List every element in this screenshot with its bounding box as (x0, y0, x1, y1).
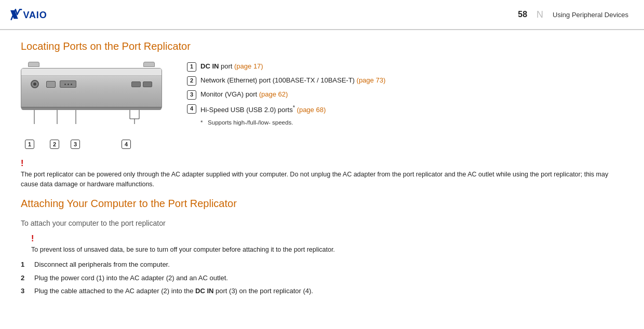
vaio-logo: VAIO (10, 7, 57, 22)
vaio-logo-svg: VAIO (10, 7, 57, 22)
diagram-labels: 1 2 3 4 (21, 140, 162, 149)
warning-icon-1: ! (21, 159, 23, 168)
diagram-label-1: 1 (25, 140, 34, 149)
header-section-title: Using Peripheral Devices (553, 11, 628, 19)
port-desc-3: Monitor (VGA) port (page 62) (200, 90, 288, 99)
port-num-3: 3 (187, 90, 196, 100)
port-footnote: * Supports high-/full-/low- speeds. (200, 119, 623, 126)
port-num-1: 1 (187, 62, 196, 72)
port-num-2: 2 (187, 76, 196, 86)
warning-block-1: ! The port replicator can be powered onl… (21, 157, 623, 189)
warning-icon-2: ! (31, 234, 34, 243)
step-3-text: Plug the cable attached to the AC adapte… (34, 286, 313, 296)
step-1-text: Disconnect all peripherals from the comp… (34, 259, 170, 270)
port-item-1: 1 DC IN port (page 17) (187, 62, 623, 72)
diagram-label-4: 4 (122, 140, 131, 149)
port-num-4: 4 (187, 104, 196, 114)
port-link-2[interactable]: (page 73) (357, 76, 386, 84)
steps-list: 1 Disconnect all peripherals from the co… (21, 259, 623, 296)
main-content: Locating Ports on the Port Replicator (0, 30, 644, 310)
port-desc-4: Hi-Speed USB (USB 2.0) ports* (page 68) (200, 104, 326, 115)
section2-subheading: To attach your computer to the port repl… (21, 219, 623, 227)
port-desc-1: DC IN port (page 17) (200, 62, 263, 71)
port-item-3: 3 Monitor (VGA) port (page 62) (187, 90, 623, 100)
port-list: 1 DC IN port (page 17) 2 Network (Ethern… (187, 62, 623, 126)
port-link-4[interactable]: (page 68) (297, 106, 326, 114)
page-number: 58 (518, 10, 527, 19)
step-3: 3 Plug the cable attached to the AC adap… (21, 286, 623, 296)
header-right: 58 N Using Peripheral Devices (518, 9, 628, 20)
warning-text-2: To prevent loss of unsaved data, be sure… (31, 246, 335, 253)
port-item-4: 4 Hi-Speed USB (USB 2.0) ports* (page 68… (187, 104, 623, 115)
port-link-1[interactable]: (page 17) (234, 62, 263, 70)
diagram-label-2: 2 (50, 140, 59, 149)
step-2-text: Plug the power cord (1) into the AC adap… (34, 273, 228, 283)
page-header: VAIO 58 N Using Peripheral Devices (0, 0, 644, 30)
warning-block-2: ! To prevent loss of unsaved data, be su… (31, 232, 623, 255)
device-diagram: 1 2 3 4 (21, 62, 166, 149)
attach-section: Attaching Your Computer to the Port Repl… (21, 198, 623, 296)
port-desc-2: Network (Ethernet) port (100BASE-TX / 10… (200, 76, 385, 85)
diagram-label-3: 3 (71, 140, 80, 149)
port-item-2: 2 Network (Ethernet) port (100BASE-TX / … (187, 76, 623, 86)
svg-text:VAIO: VAIO (23, 10, 47, 20)
connector-lines (21, 109, 162, 130)
section1-heading: Locating Ports on the Port Replicator (21, 40, 623, 52)
port-section: 1 2 3 4 1 DC IN port (page 17) (21, 62, 623, 149)
step-1: 1 Disconnect all peripherals from the co… (21, 259, 623, 270)
port-link-3[interactable]: (page 62) (259, 90, 288, 98)
step-2: 2 Plug the power cord (1) into the AC ad… (21, 273, 623, 283)
warning-text-1: The port replicator can be powered only … (21, 171, 608, 188)
section2-heading: Attaching Your Computer to the Port Repl… (21, 198, 623, 210)
